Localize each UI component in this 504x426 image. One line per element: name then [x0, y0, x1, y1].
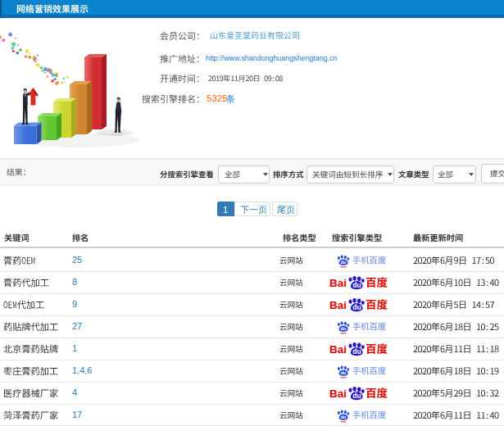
svg-text:Bai: Bai — [329, 387, 347, 400]
svg-text:du: du — [340, 415, 346, 419]
svg-text:du: du — [352, 347, 361, 356]
svg-text:du: du — [352, 303, 361, 311]
svg-text:Bai: Bai — [329, 277, 347, 289]
svg-text:Bai: Bai — [329, 343, 347, 356]
svg-text:du: du — [352, 281, 361, 289]
svg-text:du: du — [340, 326, 346, 331]
svg-text:du: du — [340, 370, 346, 375]
svg-text:du: du — [340, 260, 346, 265]
svg-text:du: du — [352, 392, 361, 400]
svg-text:Bai: Bai — [329, 299, 347, 311]
